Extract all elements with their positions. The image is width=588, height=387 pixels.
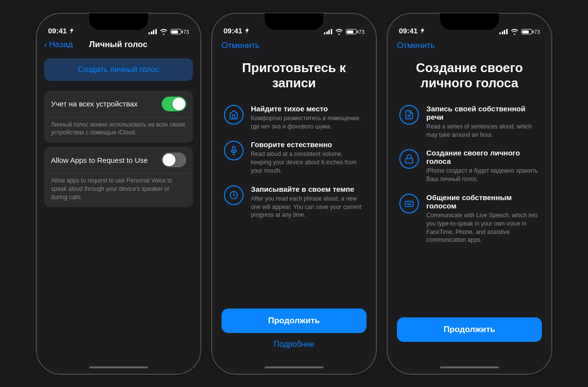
item-title-2-2: Говорите естественно — [251, 140, 365, 149]
icloud-sync-toggle[interactable] — [162, 97, 186, 111]
item-title-3-3: Общение собственным голосом — [426, 193, 540, 210]
info-items-2: Найдите тихое место Комфортно разместите… — [223, 104, 365, 293]
continue-button-3[interactable]: Продолжить — [397, 317, 542, 342]
phone-3: 09:41 73 Отменить Создание своего личног… — [386, 12, 553, 375]
icloud-sync-label: Учет на всех устройствах — [51, 100, 162, 108]
phone-1: 09:41 73 ‹ Назад Личный голос Создат — [35, 12, 202, 375]
settings-group-2: Allow Apps to Request to Use Allow apps … — [44, 147, 193, 207]
phone2-content: Отменить Приготовьтесь к записи — [212, 38, 376, 361]
list-item: Говорите естественно Read aloud at a con… — [223, 140, 365, 175]
wifi-icon-1 — [160, 29, 168, 35]
allow-apps-label: Allow Apps to Request to Use — [51, 156, 162, 164]
back-button-1[interactable]: ‹ Назад — [44, 40, 73, 50]
status-icons-3: 73 — [499, 29, 540, 35]
cancel-bar-2: Отменить — [212, 38, 376, 52]
nav-title-1: Личный голос — [73, 40, 164, 50]
icloud-sync-desc: Личный голос можно использовать на всех … — [44, 118, 193, 143]
settings-content-1: Создать личный голос Учет на всех устрой… — [36, 54, 201, 361]
microphone-icon — [223, 140, 244, 161]
home-indicator-3 — [387, 361, 552, 374]
status-bar-3: 09:41 73 — [387, 13, 552, 38]
svg-rect-6 — [405, 201, 414, 206]
signal-icon-1 — [148, 29, 157, 34]
list-item: Создание своего личного голоса iPhone со… — [399, 149, 540, 183]
details-button-2[interactable]: Подробнее — [221, 340, 367, 349]
back-label-1: Назад — [49, 40, 73, 50]
status-bar-1: 09:41 73 — [36, 13, 201, 38]
info-title-3: Создание своего личного голоса — [399, 60, 540, 91]
settings-group-1: Учет на всех устройствах Личный голос мо… — [44, 91, 193, 143]
allow-apps-desc: Allow apps to request to use Personal Vo… — [44, 174, 193, 207]
cancel-bar-3: Отменить — [387, 38, 552, 52]
home-indicator-1 — [36, 361, 201, 374]
item-title-2-3: Записывайте в своем темпе — [251, 185, 365, 193]
svg-rect-5 — [406, 159, 413, 163]
phone1-content: ‹ Назад Личный голос Создать личный голо… — [36, 38, 201, 361]
battery-icon-3: 73 — [521, 29, 540, 35]
item-title-3-2: Создание своего личного голоса — [426, 149, 540, 165]
item-desc-2-2: Read aloud at a consistent volume, keepi… — [251, 150, 365, 175]
status-icons-1: 73 — [148, 29, 189, 35]
signal-icon-3 — [499, 29, 508, 34]
item-desc-3-1: Read a series of sentences aloud, which … — [426, 123, 540, 139]
time-3: 09:41 — [399, 26, 425, 35]
list-item: Записывайте в своем темпе After you read… — [223, 185, 365, 219]
info-items-3: Запись своей собственной речи Read a ser… — [399, 104, 540, 302]
chevron-left-icon-1: ‹ — [44, 40, 47, 49]
lock-icon — [399, 149, 419, 169]
item-desc-3-2: iPhone создаст и будет надежно хранить В… — [426, 167, 540, 183]
status-bar-2: 09:41 73 — [212, 13, 376, 38]
list-item: Найдите тихое место Комфортно разместите… — [223, 104, 365, 131]
icloud-sync-row[interactable]: Учет на всех устройствах — [44, 91, 193, 118]
battery-icon-1: 73 — [171, 29, 189, 35]
item-title-2-1: Найдите тихое место — [251, 104, 365, 113]
cancel-button-3[interactable]: Отменить — [397, 41, 435, 50]
status-icons-2: 73 — [324, 29, 365, 35]
home-icon — [223, 104, 244, 125]
nav-bar-1: ‹ Назад Личный голос — [36, 38, 201, 54]
info-title-2: Приготовьтесь к записи — [223, 60, 365, 91]
document-icon — [399, 104, 419, 125]
item-title-3-1: Запись своей собственной речи — [426, 104, 540, 121]
list-item: Общение собственным голосом Communicate … — [399, 193, 540, 244]
info-content-3: Создание своего личного голоса — [387, 52, 552, 310]
create-voice-button[interactable]: Создать личный голос — [44, 58, 193, 81]
cancel-button-2[interactable]: Отменить — [221, 41, 260, 50]
phone3-content: Отменить Создание своего личного голоса — [387, 38, 552, 361]
wifi-icon-2 — [335, 29, 343, 35]
continue-button-2[interactable]: Продолжить — [221, 309, 367, 333]
item-desc-2-3: After you read each phrase aloud, a new … — [251, 195, 365, 219]
svg-rect-0 — [233, 147, 235, 151]
wifi-icon-3 — [511, 29, 518, 35]
item-desc-3-3: Communicate with Live Speech, which lets… — [426, 211, 540, 244]
home-indicator-2 — [212, 361, 376, 374]
timer-icon — [223, 185, 244, 206]
time-2: 09:41 — [223, 26, 249, 35]
item-desc-2-1: Комфортно разместитесь в помещении, где … — [251, 114, 365, 131]
phone-2: 09:41 73 Отменить Приготовьтесь к записи — [211, 12, 377, 375]
allow-apps-row[interactable]: Allow Apps to Request to Use — [44, 147, 193, 174]
bottom-actions-3: Продолжить — [387, 310, 552, 361]
time-1: 09:41 — [48, 26, 74, 35]
bottom-actions-2: Продолжить Подробнее — [212, 301, 376, 361]
signal-icon-2 — [324, 29, 332, 34]
keyboard-icon — [399, 193, 419, 214]
info-content-2: Приготовьтесь к записи Найдите тихое ме — [212, 52, 376, 301]
list-item: Запись своей собственной речи Read a ser… — [399, 104, 540, 139]
allow-apps-toggle[interactable] — [162, 153, 186, 167]
battery-icon-2: 73 — [346, 29, 365, 35]
